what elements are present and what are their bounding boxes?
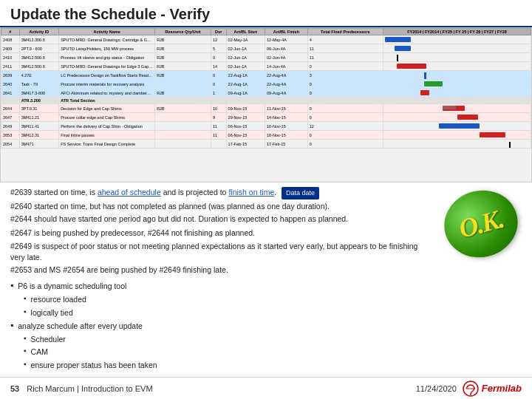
row-bar (383, 104, 531, 113)
page-number: 53 (10, 384, 19, 393)
ok-text: O.K. (456, 203, 507, 245)
bullet-text-2: analyze schedule after every update (18, 320, 143, 332)
ok-circle: O.K. (437, 183, 525, 266)
row-float: 12 (307, 122, 383, 131)
table-row-2644: 2644 3PT.9.31 Decision for Edge and Cap … (1, 104, 531, 113)
table-row-2054: 2054 3M471 FS Service: Trans Final Desig… (1, 140, 531, 149)
bullet-subitem-2-1: ▪ Scheduler (24, 333, 433, 346)
row-name: Process: lift sleeve and grip status - O… (59, 53, 155, 62)
footer-right: 11/24/2020 Fermilab (416, 381, 522, 397)
row-num: 2649 (1, 122, 20, 131)
row-bar (383, 62, 531, 71)
row-actid: 3M417.3-600 (19, 89, 58, 98)
row-name: Decision for Edge and Cap Shims (59, 104, 155, 113)
bullet-sym-1-2: ▪ (24, 307, 27, 317)
note5: #2649 is suspect of poor status or not m… (10, 241, 433, 263)
note2: #2640 started on time, but has not compl… (10, 201, 433, 212)
row-finish: 11-Nov-15 (265, 104, 308, 113)
row-res: RJB (155, 44, 211, 53)
row-res: RJB (155, 71, 211, 80)
note6: #2653 and MS #2654 are being pushed by #… (10, 265, 433, 276)
row-start: 02-Jun-1A (226, 53, 265, 62)
row-float: 4 (307, 35, 383, 44)
row-name: Perform the delivery of Cap Shim - Oblig… (59, 122, 155, 131)
table-row-2641: 2641 3M417.3-600 AFCI Aluminum related t… (1, 89, 531, 98)
row-dur: 1 (211, 89, 226, 98)
fermilab-logo: Fermilab (463, 381, 522, 397)
row-finish: 14-Jun-4A (265, 62, 308, 71)
page-container: Update the Schedule - Verify # Activity … (0, 0, 532, 377)
row-finish: 16-Nov-15 (265, 122, 308, 131)
row-dur (211, 98, 226, 104)
bullet-subitem-1-2: ▪ logically tied (24, 307, 433, 319)
bullet-sym-1: ▪ (10, 280, 13, 292)
ahead-schedule-text: ahead of schedule (98, 188, 161, 197)
table-row-2653: 2653 3M412.31 Final Inline passes 11 06-… (1, 131, 531, 140)
bullet-sym-2-2: ▪ (24, 346, 27, 356)
row-dur: 9 (211, 113, 226, 122)
gantt-table: # Activity ID Activity Name Resource Qty… (1, 28, 531, 149)
row-start: 02-Jun-1A (226, 44, 265, 53)
table-row-2649: 2649 3M411.41 Perform the delivery of Ca… (1, 122, 531, 131)
row-start: 09-Aug-1A (226, 89, 265, 98)
col-header-resource: Resource Qty/Unit (155, 29, 211, 35)
row-dur (211, 140, 226, 149)
row-start: 02-May-1A (226, 35, 265, 44)
row-num: 2647 (1, 113, 20, 122)
row-name: ATR Total Section (59, 98, 155, 104)
row-num: 2054 (1, 140, 20, 149)
page-title: Update the Schedule - Verify (10, 6, 210, 22)
row-finish: 22-Aug-4A (265, 80, 308, 89)
row-res (155, 113, 211, 122)
table-row: 2409 2PT.9 - 600 SPUTO Lamp/Holders, 150… (1, 44, 531, 53)
row-res (155, 98, 211, 104)
row-dur: 5 (211, 44, 226, 53)
row-float: 11 (307, 44, 383, 53)
row-actid: 2PT.9 - 600 (19, 44, 58, 53)
row-name: SPUTO-MRD: General Drawings: Cartridge &… (59, 35, 155, 44)
row-num: 2411 (1, 62, 20, 71)
table-row-2647: 2647 3M411.21 Procure collar edge and Ca… (1, 113, 531, 122)
row-dur: 0 (211, 53, 226, 62)
row-start: 06-Nov-15 (226, 131, 265, 140)
col-header-name: Activity Name (59, 29, 155, 35)
table-row-2639: 2639 4.27E LC Predecessor Design on Task… (1, 71, 531, 80)
bullet-subtext-2-2: CAM (31, 346, 48, 358)
content-area: #2639 started on time, is ahead of sched… (0, 183, 532, 377)
text-content: #2639 started on time, is ahead of sched… (10, 187, 433, 372)
row-name: Procure collar edge and Cap Shims (59, 113, 155, 122)
row-bar (383, 53, 531, 62)
bullet-subitem-1-1: ▪ resource loaded (24, 293, 433, 306)
row-finish: 09-Aug-4A (265, 89, 308, 98)
row-float: 11 (307, 53, 383, 62)
row-dur: 11 (211, 131, 226, 140)
row-bar (383, 71, 531, 80)
row-bar (383, 35, 531, 44)
bullet-subtext-2-3: ensure proper status has been taken (31, 359, 157, 372)
row-actid: 3PT.9.31 (19, 104, 58, 113)
row-finish: 17-Feb-15 (265, 140, 308, 149)
row-bar (383, 89, 531, 98)
row-name: AFCI Aluminum related to: mystery and cl… (59, 89, 155, 98)
col-header-actid: Activity ID (19, 29, 58, 35)
row-bar (383, 122, 531, 131)
col-header-finish: Act/BL Finish (265, 29, 308, 35)
status-notes: #2639 started on time, is ahead of sched… (10, 187, 433, 225)
row-float: 0 (307, 80, 383, 89)
row-bar (383, 80, 531, 89)
row-finish: 02-Jun-4A (265, 53, 308, 62)
row-res (155, 131, 211, 140)
row-float: 0 (307, 131, 383, 140)
row-actid: 3M471 (19, 140, 58, 149)
bullet-subtext-1-2: logically tied (31, 307, 73, 319)
row-bar (383, 131, 531, 140)
fermilab-text: Fermilab (482, 383, 522, 394)
row-dur: 12 (211, 35, 226, 44)
row-finish (265, 98, 308, 104)
row-bar (383, 140, 531, 149)
row-num: 2644 (1, 104, 20, 113)
col-header-float: Total Float/ Predecessors (307, 29, 383, 35)
row-res (155, 122, 211, 131)
note1: #2639 started on time, is ahead of sched… (10, 187, 433, 200)
row-dur: 10 (211, 104, 226, 113)
